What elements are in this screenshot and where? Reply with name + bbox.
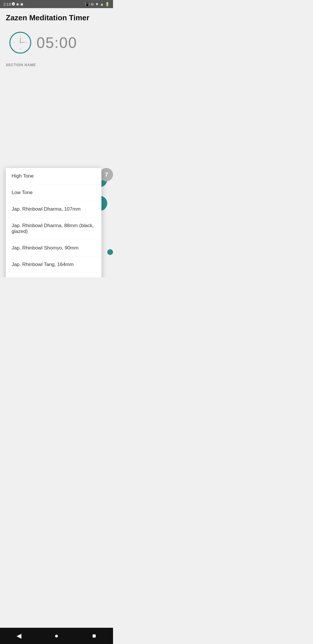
timer-display: 05:00 <box>37 34 77 51</box>
content-area: High Tone Low Tone Jap. Rhinbowl Dharma,… <box>0 168 113 216</box>
status-icon-a: 🅐 <box>12 2 15 6</box>
bell-dropdown[interactable]: High Tone Low Tone Jap. Rhinbowl Dharma,… <box>6 168 101 277</box>
svg-line-6 <box>20 42 25 43</box>
dropdown-item-tib[interactable]: Tib. Bowl, 230mm <box>6 273 101 277</box>
dropdown-item-high-tone[interactable]: High Tone <box>6 168 101 184</box>
toggle-dot[interactable] <box>107 249 113 255</box>
battery-icon: 🔋 <box>105 2 110 6</box>
status-bar: 2:13 🅐 ◉ ▣ 📳 ⊖ ▼ ▲ 🔋 <box>0 0 113 8</box>
timer-section: 05:00 <box>0 25 113 63</box>
app-header: Zazen Meditation Timer <box>0 8 113 25</box>
dnd-icon: ⊖ <box>91 2 94 6</box>
svg-point-7 <box>20 42 21 43</box>
clock-icon <box>9 31 32 54</box>
dropdown-item-shomyo[interactable]: Jap. Rhinbowl Shomyo, 90mm <box>6 240 101 256</box>
signal-icon: ▲ <box>100 2 104 6</box>
wifi-icon: ▼ <box>95 2 99 6</box>
dropdown-item-dharma-107[interactable]: Jap. Rhinbowl Dharma, 107mm <box>6 201 101 218</box>
section-name-label: SECTION NAME <box>0 63 113 69</box>
status-right: 📳 ⊖ ▼ ▲ 🔋 <box>85 2 110 6</box>
status-left: 2:13 🅐 ◉ ▣ <box>3 2 23 6</box>
status-icon-p: ◉ <box>16 2 19 6</box>
app-title: Zazen Meditation Timer <box>6 13 107 22</box>
status-time: 2:13 <box>3 2 11 6</box>
dropdown-item-dharma-88[interactable]: Jap. Rhinbowl Dharma, 88mm (black, glaze… <box>6 218 101 240</box>
dropdown-item-low-tone[interactable]: Low Tone <box>6 184 101 201</box>
repeat-badge: 7 <box>100 168 113 181</box>
vibrate-icon: 📳 <box>85 2 90 6</box>
dropdown-item-tang[interactable]: Jap. Rhinbowl Tang, 164mm <box>6 256 101 273</box>
status-icon-b: ▣ <box>20 2 23 6</box>
